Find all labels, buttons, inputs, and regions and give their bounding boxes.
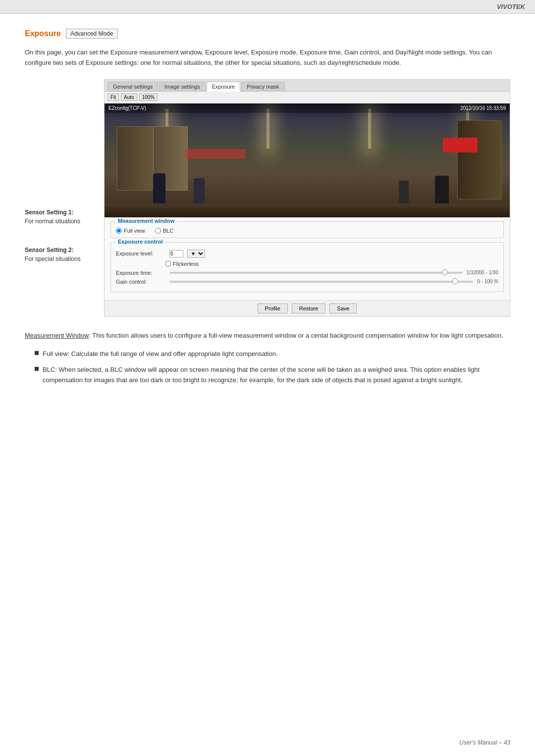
brand-label: VIVOTEK	[497, 3, 525, 10]
advanced-mode-button[interactable]: Advanced Mode	[66, 29, 118, 39]
measurement-window-section: Measurement window Full view BLC	[110, 221, 504, 238]
gain-control-track	[169, 281, 473, 283]
measurement-window-content: Full view BLC	[111, 222, 503, 238]
page-description: On this page, you can set the Exposure m…	[25, 48, 510, 68]
exposure-level-select[interactable]: ▼	[187, 250, 205, 258]
header: VIVOTEK	[0, 0, 535, 14]
exposure-time-value: 1/32000 - 1/30	[467, 270, 499, 275]
measurement-window-description: Measurement Window: This function allows…	[25, 332, 510, 339]
sensor-1-subtitle: For normal situations	[25, 217, 104, 226]
page-title-row: Exposure Advanced Mode	[25, 29, 510, 39]
exposure-time-row: Exposure time: 1/32000 - 1/30	[116, 270, 498, 276]
exposure-time-label: Exposure time:	[116, 270, 165, 276]
sensor-labels: Sensor Setting 1: For normal situations …	[25, 79, 104, 317]
measurement-window-text-body: : This function allows users to configur…	[89, 332, 503, 339]
restore-button[interactable]: Restore	[292, 303, 326, 313]
full-view-radio-item[interactable]: Full view	[116, 228, 145, 234]
bullet-text-1: Full view: Calculate the full range of v…	[43, 349, 278, 359]
flickerless-label: Flickerless	[173, 261, 199, 267]
full-view-radio[interactable]	[116, 228, 122, 234]
gain-control-label: Gain control:	[116, 279, 165, 285]
video-source-label: EZconfig(TCP-V)	[108, 105, 146, 111]
page-title: Exposure	[25, 29, 61, 38]
radio-row: Full view BLC	[116, 228, 498, 234]
save-button[interactable]: Save	[329, 303, 357, 313]
blc-radio-item[interactable]: BLC	[155, 228, 173, 234]
video-timestamp: 2012/10/16 15:33:59	[460, 105, 506, 111]
bullet-icon-2	[35, 367, 39, 371]
sensor-setting-1-label: Sensor Setting 1: For normal situations	[25, 208, 104, 226]
camera-panel: General settings Image settings Exposure…	[104, 79, 510, 317]
sensor-2-title: Sensor Setting 2:	[25, 246, 104, 254]
gain-control-slider-container: 0 - 100 %	[169, 279, 498, 284]
shelf-1	[117, 126, 157, 191]
gain-control-value: 0 - 100 %	[477, 279, 498, 284]
shelf-3	[457, 120, 502, 200]
bullet-list: Full view: Calculate the full range of v…	[35, 349, 510, 386]
measurement-window-text: Measurement Window: This function allows…	[25, 332, 510, 339]
bullet-text-2: BLC: When selected, a BLC window will ap…	[43, 365, 510, 386]
tab-exposure[interactable]: Exposure	[207, 82, 240, 92]
floor	[105, 203, 510, 217]
blc-label: BLC	[163, 228, 173, 234]
tab-general-settings[interactable]: General settings	[107, 82, 158, 91]
tab-privacy-mask[interactable]: Privacy mask	[241, 82, 284, 91]
bottom-buttons: Profile Restore Save	[105, 300, 510, 316]
measurement-window-title: Measurement window	[116, 218, 176, 224]
video-overlay: EZconfig(TCP-V) 2012/10/16 15:33:59	[105, 103, 510, 113]
list-item: Full view: Calculate the full range of v…	[35, 349, 510, 359]
panel-area: Sensor Setting 1: For normal situations …	[25, 79, 510, 317]
exposure-level-row: Exposure level: ▼	[116, 250, 498, 258]
sensor-setting-2-label: Sensor Setting 2: For special situations	[25, 246, 104, 263]
video-scene	[105, 103, 510, 217]
zoom-100-button[interactable]: 100%	[139, 94, 158, 101]
auto-button[interactable]: Auto	[121, 94, 137, 101]
full-view-label: Full view	[124, 228, 145, 234]
bullet-icon-1	[35, 351, 39, 355]
settings-area: Measurement window Full view BLC	[105, 217, 510, 300]
exposure-time-track	[169, 272, 463, 274]
flickerless-row: Flickerless	[165, 261, 498, 267]
profile-button[interactable]: Profile	[258, 303, 288, 313]
light-2	[267, 109, 269, 149]
light-3	[368, 109, 371, 149]
exposure-level-input[interactable]	[169, 250, 183, 257]
list-item: BLC: When selected, a BLC window will ap…	[35, 365, 510, 386]
sensor-1-title: Sensor Setting 1:	[25, 208, 104, 217]
footer: User's Manual – 43	[459, 739, 510, 746]
sensor-2-subtitle: For special situations	[25, 254, 104, 263]
measurement-window-text-title: Measurement Window	[25, 332, 89, 339]
fit-button[interactable]: Fit	[107, 94, 119, 101]
main-content: Exposure Advanced Mode On this page, you…	[0, 14, 535, 411]
tab-image-settings[interactable]: Image settings	[159, 82, 206, 91]
exposure-level-label: Exposure level:	[116, 251, 165, 256]
gain-control-thumb[interactable]	[452, 278, 458, 284]
toolbar: Fit Auto 100%	[105, 92, 510, 103]
banner	[186, 149, 245, 159]
exposure-time-slider-container: 1/32000 - 1/30	[169, 270, 498, 275]
exposure-control-section: Exposure control Exposure level: ▼ Flick…	[110, 242, 504, 292]
blc-radio[interactable]	[155, 228, 161, 234]
exposure-time-thumb[interactable]	[442, 269, 448, 275]
exposure-control-title: Exposure control	[116, 239, 164, 245]
red-sign	[443, 138, 478, 152]
tab-bar: General settings Image settings Exposure…	[105, 80, 510, 92]
gain-control-row: Gain control: 0 - 100 %	[116, 279, 498, 285]
video-area: EZconfig(TCP-V) 2012/10/16 15:33:59	[105, 103, 510, 217]
person-1	[153, 173, 165, 208]
footer-text: User's Manual – 43	[459, 739, 510, 746]
flickerless-checkbox[interactable]	[165, 261, 171, 266]
